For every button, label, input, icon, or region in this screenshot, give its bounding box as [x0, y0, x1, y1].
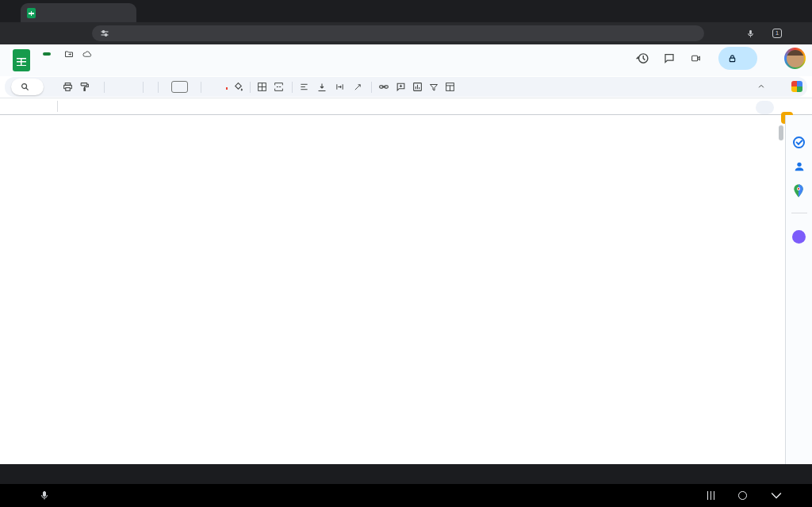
sheets-favicon-icon: [27, 8, 36, 18]
extension-icon[interactable]: [791, 81, 802, 92]
align-left-icon: [299, 83, 309, 91]
text-wrap-button[interactable]: [335, 83, 347, 91]
mic-icon[interactable]: [746, 29, 755, 39]
keyboard-switch-icon[interactable]: [707, 491, 715, 500]
function-key-bar: [0, 464, 812, 484]
font-size-input[interactable]: [171, 81, 188, 93]
browser-address-bar: 1: [0, 22, 812, 44]
table-tools-button[interactable]: [445, 82, 457, 92]
spreadsheet-grid[interactable]: [0, 115, 777, 464]
vertical-align-button[interactable]: [317, 83, 328, 92]
horizontal-align-button[interactable]: [299, 83, 311, 91]
fill-color-button[interactable]: [233, 82, 243, 92]
summarize-data-button[interactable]: [756, 101, 774, 114]
browser-tab-strip: [0, 0, 812, 22]
avatar-photo: [787, 50, 804, 67]
print-button[interactable]: [63, 82, 73, 92]
comments-icon[interactable]: [663, 52, 676, 64]
vertical-scrollbar[interactable]: [779, 125, 783, 140]
share-button[interactable]: [718, 47, 757, 70]
device-nav-bar: [0, 484, 812, 507]
sheets-header: [0, 44, 812, 76]
contacts-icon[interactable]: [793, 160, 806, 173]
workspace-side-panel: [785, 115, 812, 464]
menus-search-button[interactable]: [11, 79, 44, 95]
merge-cells-icon: [274, 82, 284, 92]
hide-keyboard-icon[interactable]: [771, 492, 782, 499]
text-wrap-icon: [335, 83, 345, 91]
table-icon: [445, 82, 455, 92]
home-circle-icon[interactable]: [738, 491, 747, 500]
move-folder-icon[interactable]: [63, 49, 75, 59]
url-bar[interactable]: [92, 25, 704, 41]
version-history-icon[interactable]: [636, 52, 649, 65]
valign-bottom-icon: [317, 83, 327, 92]
insert-comment-button[interactable]: [396, 82, 406, 92]
browser-tab[interactable]: [21, 3, 136, 22]
tasks-icon[interactable]: [793, 136, 805, 148]
paint-format-button[interactable]: [79, 82, 90, 92]
maps-icon[interactable]: [793, 184, 804, 198]
insert-link-button[interactable]: [378, 82, 389, 92]
text-rotation-button[interactable]: [353, 83, 365, 91]
create-filter-button[interactable]: [429, 83, 439, 92]
collapse-toolbar-icon[interactable]: [756, 83, 766, 90]
search-icon: [21, 83, 29, 91]
sheets-file-icon[interactable]: [13, 49, 30, 71]
lock-icon: [728, 54, 737, 63]
panel-divider: [791, 213, 807, 213]
formula-bar: [0, 98, 812, 115]
insert-chart-button[interactable]: [412, 82, 423, 92]
keyboard-mic-icon[interactable]: [40, 490, 49, 501]
sheets-toolbar: [5, 77, 807, 97]
tab-count-icon[interactable]: 1: [772, 29, 782, 38]
saved-cloud-icon: [81, 50, 93, 59]
borders-button[interactable]: [257, 82, 267, 92]
addon-icon[interactable]: [792, 230, 806, 244]
tune-icon: [100, 29, 109, 38]
join-call-button[interactable]: [689, 53, 705, 63]
merge-cells-button[interactable]: [274, 82, 285, 92]
account-avatar[interactable]: [784, 48, 806, 69]
video-call-icon: [689, 53, 703, 63]
text-rotation-icon: [353, 83, 363, 91]
file-type-badge: [43, 52, 51, 56]
